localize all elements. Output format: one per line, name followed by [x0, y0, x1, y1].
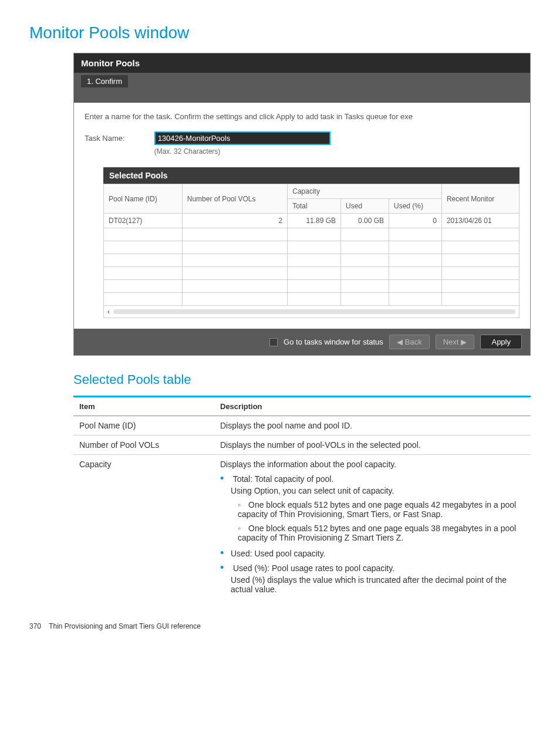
col-total: Total — [288, 199, 341, 214]
monitor-pools-dialog: Monitor Pools 1. Confirm Enter a name fo… — [73, 53, 531, 356]
bullet-used-pct: Used (%): Pool usage rates to pool capac… — [233, 563, 394, 573]
page-footer: 370 Thin Provisioning and Smart Tiers GU… — [29, 622, 531, 630]
cell-desc: Displays the information about the pool … — [214, 455, 531, 602]
cell-item: Pool Name (ID) — [73, 416, 214, 436]
cell-used: 0.00 GB — [341, 214, 389, 228]
task-name-label: Task Name: — [85, 134, 125, 143]
table-row[interactable]: DT02(127) 2 11.89 GB 0.00 GB 0 2013/04/2… — [104, 214, 519, 228]
list-item: One block equals 512 bytes and one page … — [238, 500, 525, 519]
cell-recent: 2013/04/26 01 — [441, 214, 519, 228]
next-button-label: Next — [443, 337, 459, 346]
apply-button[interactable]: Apply — [480, 335, 522, 349]
next-button[interactable]: Next ▶ — [436, 335, 475, 349]
dialog-title: Monitor Pools — [74, 53, 530, 73]
circle-note: One block equals 512 bytes and one page … — [238, 524, 516, 542]
table-row — [104, 267, 519, 280]
cell-used-pct: 0 — [389, 214, 442, 228]
task-name-row: Task Name: (Max. 32 Characters) — [85, 131, 519, 156]
table-row: Number of Pool VOLs Displays the number … — [73, 436, 531, 455]
scroll-track[interactable] — [113, 309, 515, 314]
description-table: Item Description Pool Name (ID) Displays… — [73, 396, 531, 601]
footer-title: Thin Provisioning and Smart Tiers GUI re… — [49, 622, 201, 630]
table-row — [104, 241, 519, 254]
circle-note: One block equals 512 bytes and one page … — [238, 500, 516, 519]
capacity-intro: Displays the information about the pool … — [220, 460, 525, 469]
table-row: Capacity Displays the information about … — [73, 455, 531, 602]
back-button-label: Back — [405, 337, 422, 346]
col-capacity: Capacity — [288, 184, 442, 199]
cell-desc: Displays the pool name and pool ID. — [214, 416, 531, 436]
page-number: 370 — [29, 622, 41, 630]
chevron-right-icon: ▶ — [461, 337, 467, 346]
col-used: Used — [341, 199, 389, 214]
cell-item: Capacity — [73, 455, 214, 602]
wizard-steps: 1. Confirm — [74, 73, 530, 90]
horizontal-scrollbar[interactable]: ‹ — [103, 306, 519, 318]
list-item: One block equals 512 bytes and one page … — [238, 524, 525, 542]
col-num-vols: Number of Pool VOLs — [182, 184, 287, 214]
selected-pools-table: Pool Name (ID) Number of Pool VOLs Capac… — [103, 184, 519, 306]
bullet-used-pct-sub: Used (%) displays the value which is tru… — [231, 575, 525, 594]
go-to-tasks-checkbox[interactable] — [269, 338, 278, 346]
dialog-body: Enter a name for the task. Confirm the s… — [74, 103, 530, 329]
table-row — [104, 228, 519, 241]
list-item: Used (%): Pool usage rates to pool capac… — [220, 562, 525, 594]
bullet-total-sub: Using Option, you can select unit of cap… — [231, 486, 525, 495]
col-used-pct: Used (%) — [389, 199, 442, 214]
cell-pool-name: DT02(127) — [104, 214, 183, 228]
selected-pools-box: Selected Pools Pool Name (ID) Number of … — [103, 167, 519, 318]
cell-num-vols: 2 — [182, 214, 287, 228]
dialog-spacer — [74, 90, 530, 103]
dialog-footer: Go to tasks window for status ◀ Back Nex… — [74, 329, 530, 355]
bullet-total: Total: Total capacity of pool. — [233, 474, 334, 484]
col-description: Description — [214, 397, 531, 416]
table-row — [104, 254, 519, 267]
instruction-text: Enter a name for the task. Confirm the s… — [85, 112, 519, 121]
selected-pools-header: Selected Pools — [103, 167, 519, 184]
wizard-step-confirm[interactable]: 1. Confirm — [81, 75, 128, 87]
section-title: Selected Pools table — [73, 372, 531, 387]
col-item: Item — [73, 397, 214, 416]
list-item: Used: Used pool capacity. — [220, 547, 525, 559]
chevron-left-icon: ◀ — [397, 337, 403, 346]
table-row — [104, 293, 519, 306]
cell-desc: Displays the number of pool-VOLs in the … — [214, 436, 531, 455]
table-row — [104, 280, 519, 293]
task-name-hint: (Max. 32 Characters) — [154, 147, 330, 156]
col-recent-monitor: Recent Monitor — [441, 184, 519, 214]
page-title: Monitor Pools window — [29, 23, 531, 42]
cell-item: Number of Pool VOLs — [73, 436, 214, 455]
back-button[interactable]: ◀ Back — [389, 335, 430, 349]
go-to-tasks-label: Go to tasks window for status — [284, 337, 383, 346]
col-pool-name: Pool Name (ID) — [104, 184, 183, 214]
table-row: Pool Name (ID) Displays the pool name an… — [73, 416, 531, 436]
list-item: Total: Total capacity of pool. Using Opt… — [220, 472, 525, 542]
cell-total: 11.89 GB — [288, 214, 341, 228]
scroll-left-icon[interactable]: ‹ — [107, 308, 110, 316]
task-name-input[interactable] — [154, 131, 330, 145]
bullet-used: Used: Used pool capacity. — [231, 549, 326, 558]
